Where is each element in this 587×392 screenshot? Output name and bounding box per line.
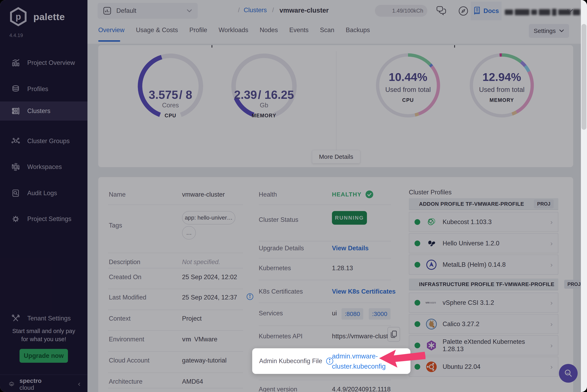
usage-overview-card: 3.575 / 8 Cores CPU 2.39 / 16.25 Gb MEMO… <box>98 45 573 167</box>
audit-doc-icon <box>11 188 20 198</box>
sidebar-item-label: Project Overview <box>27 59 75 66</box>
cluster-status-badge[interactable]: RUNNING <box>332 211 367 225</box>
chevron-right-icon: › <box>550 218 553 226</box>
main-area: Default / Clusters / vmware-cluster 1.49… <box>88 0 581 392</box>
svg-text:vm: vm <box>425 301 430 304</box>
tab-backups[interactable]: Backups <box>346 26 370 34</box>
tag-pill[interactable]: app: hello-univer… <box>182 211 235 224</box>
memory-gauge-value: 2.39 / 16.25 <box>229 88 299 102</box>
upgrade-now-button[interactable]: Upgrade now <box>20 349 68 363</box>
page-scrollbar[interactable] <box>581 0 587 392</box>
cpu-donut-category: CPU <box>373 97 443 103</box>
service-port-link[interactable]: :8080 <box>341 308 363 320</box>
app-version: 4.4.19 <box>9 32 23 38</box>
profile-layer-name: Kubecost 1.103.3 <box>443 218 545 226</box>
sidebar-item-project-settings[interactable]: Project Settings <box>0 210 88 228</box>
profile-layer-ubuntu[interactable]: Ubuntu 22.04 › <box>409 356 558 377</box>
palette-app: p palette 4.4.19 Project Overview Profil… <box>0 0 587 392</box>
upgrade-promo-text: Start small and only pay for what you us… <box>0 327 88 343</box>
tools-icon <box>11 314 20 323</box>
infrastructure-profile-header[interactable]: INFRASTRUCTURE PROFILE TF-VMWARE-PROFILE… <box>409 278 558 290</box>
profile-layer-palette-extended-kubernetes[interactable]: Palette eXtended Kubernetes 1.28.13 › <box>409 335 558 356</box>
docs-button[interactable]: Docs <box>471 2 501 20</box>
sidebar-item-project-overview[interactable]: Project Overview <box>0 53 88 72</box>
detail-label: Context <box>109 315 131 322</box>
tab-events[interactable]: Events <box>289 26 309 34</box>
sidebar-item-cluster-groups[interactable]: Cluster Groups <box>0 132 88 151</box>
kubeconfig-download-link[interactable]: admin.vmware- cluster.kubeconfig <box>332 351 386 372</box>
kubernetes-version-value: 1.28.13 <box>332 264 353 272</box>
account-chevron-down-icon[interactable] <box>567 8 573 13</box>
collapse-sidebar-icon[interactable] <box>77 381 81 388</box>
status-dot <box>414 321 420 327</box>
sidebar-item-clusters[interactable]: Clusters <box>0 102 88 120</box>
sidebar-item-label: Cluster Groups <box>27 138 70 145</box>
chevron-down-icon <box>186 9 192 13</box>
info-icon[interactable] <box>246 293 254 300</box>
profile-layer-hello-universe[interactable]: Hello Universe 1.2.0 › <box>409 233 558 253</box>
detail-label: Last Modified <box>109 294 146 301</box>
sidebar-item-audit-logs[interactable]: Audit Logs <box>0 184 88 203</box>
tab-nodes[interactable]: Nodes <box>260 26 278 34</box>
scrollbar-thumb[interactable] <box>581 24 586 130</box>
compass-icon[interactable] <box>458 6 469 16</box>
profile-layer-name: Palette eXtended Kubernetes 1.28.13 <box>443 338 545 353</box>
project-selector-value: Default <box>116 7 136 14</box>
orbit-icon <box>11 162 20 172</box>
status-dot <box>414 300 420 306</box>
tab-usage-costs[interactable]: Usage & Costs <box>136 26 178 34</box>
sidebar-item-workspaces[interactable]: Workspaces <box>0 157 88 176</box>
settings-label: Settings <box>534 28 556 34</box>
view-k8s-certificates-link[interactable]: View K8s Certificates <box>332 288 396 295</box>
view-details-link[interactable]: View Details <box>332 244 369 252</box>
status-dot <box>414 219 420 225</box>
addon-profile-header[interactable]: ADDON PROFILE TF-VMWARE-PROFILE PROJ <box>409 198 558 210</box>
sidebar-item-tenant-settings[interactable]: Tenant Settings <box>0 309 88 328</box>
chat-icon[interactable] <box>436 6 447 16</box>
proj-scope-badge: PROJ <box>534 200 554 208</box>
spectro-cloud-logo-icon <box>8 379 15 390</box>
floating-search-button[interactable] <box>559 364 578 383</box>
redacted-account-name[interactable] <box>505 8 587 16</box>
sidebar-item-profiles[interactable]: Profiles <box>0 80 88 98</box>
breadcrumb-slash: / <box>238 6 240 14</box>
breadcrumb-clusters-link[interactable]: Clusters <box>244 6 267 14</box>
status-dot <box>414 262 420 268</box>
architecture-value: AMD64 <box>182 378 203 385</box>
detail-label: Cloud Account <box>109 357 150 364</box>
project-selector[interactable]: Default <box>98 3 198 19</box>
tab-scan[interactable]: Scan <box>320 26 334 34</box>
memory-gauge-unit: Gb <box>229 102 299 109</box>
svg-text:p: p <box>16 12 21 22</box>
sidebar-footer-divider <box>0 374 88 375</box>
status-dot <box>414 342 420 348</box>
service-port-link[interactable]: :3000 <box>369 308 390 320</box>
profile-layer-vsphere-csi[interactable]: vmware vSphere CSI 3.1.2 › <box>409 292 558 313</box>
sidebar-item-label: Tenant Settings <box>27 315 71 322</box>
settings-button[interactable]: Settings <box>529 24 569 38</box>
chevron-right-icon: › <box>550 363 553 371</box>
profile-layer-name: MetalLB (Helm) 0.14.8 <box>443 261 545 268</box>
calico-icon <box>426 318 437 330</box>
memory-donut-caption: Used from total <box>467 86 536 94</box>
profile-layer-kubecost[interactable]: Kubecost 1.103.3 › <box>409 212 558 232</box>
more-details-button[interactable]: More Details <box>312 150 360 164</box>
profile-header-label: INFRASTRUCTURE PROFILE TF-VMWARE-PROFILE <box>419 281 554 288</box>
tab-workloads[interactable]: Workloads <box>219 26 248 34</box>
tab-profile[interactable]: Profile <box>189 26 207 34</box>
tag-overflow-pill[interactable]: … <box>182 226 196 240</box>
copy-button[interactable] <box>387 327 400 342</box>
memory-usage-gauge: 2.39 / 16.25 Gb MEMORY <box>229 52 299 121</box>
tab-overview[interactable]: Overview <box>98 26 125 34</box>
detail-label: Upgrade Details <box>259 244 304 252</box>
detail-label: Architecture <box>109 378 142 385</box>
environment-value: VMware <box>194 336 217 343</box>
profile-layer-metallb[interactable]: MetalLB (Helm) 0.14.8 › <box>409 254 558 275</box>
profile-layer-calico[interactable]: Calico 3.27.2 › <box>409 314 558 334</box>
cpu-total-donut: 10.44% Used from total CPU <box>373 51 443 120</box>
detail-label: Cluster Status <box>259 216 298 224</box>
active-tab-underline <box>98 40 120 42</box>
kubecost-icon <box>426 216 437 228</box>
profile-layer-name: vSphere CSI 3.1.2 <box>443 299 545 306</box>
sidebar-item-label: Project Settings <box>27 215 71 223</box>
